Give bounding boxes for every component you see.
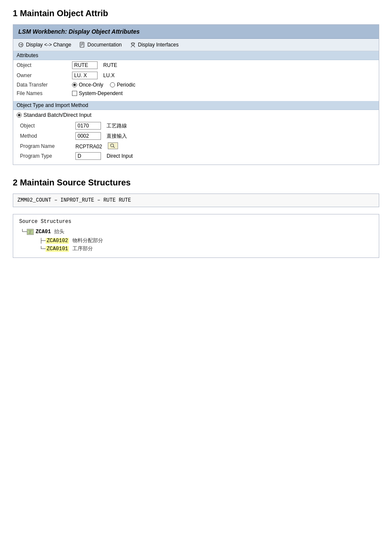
section1-title: 1 Maintain Object Attrib xyxy=(13,9,379,18)
obj-type-table: Object 0170 工艺路線 Method 0002 直接输入 xyxy=(17,121,375,161)
child-item-0: ├─ ZCA0102 物料分配部分 xyxy=(29,237,373,244)
file-names-label: File Names xyxy=(13,89,69,98)
svg-line-9 xyxy=(113,147,115,148)
path-panel: ZMM02_COUNT – INPROT_RUTE – RUTE RUTE xyxy=(13,194,379,207)
program-name-text: RCPTRA02 xyxy=(75,144,102,150)
once-only-radio[interactable]: Once-Only xyxy=(72,82,103,88)
tree-panel: Source Structures └─ ZCA01 抬头 ├─ ZCA0102… xyxy=(13,214,379,258)
program-type-desc: Direct Input xyxy=(107,153,133,159)
periodic-radio-dot xyxy=(110,82,115,87)
owner-label: Owner xyxy=(13,70,69,81)
obj-type-section: Standard Batch/Direct Input Object 0170 … xyxy=(13,110,379,165)
method-desc: 直接输入 xyxy=(107,133,127,139)
root-connector: └─ xyxy=(21,229,27,235)
obj-type-object-row: Object 0170 工艺路線 xyxy=(17,121,375,131)
lsm-toolbar: Display <-> Change Documentation xyxy=(13,39,379,51)
system-dependent-checkbox[interactable]: System-Dependent xyxy=(72,90,375,96)
periodic-radio[interactable]: Periodic xyxy=(110,82,135,88)
lsm-panel: LSM Workbench: Display Object Attributes… xyxy=(13,24,379,165)
method-row: Method 0002 直接输入 xyxy=(17,131,375,141)
program-type-row: Program Type D Direct Input xyxy=(17,151,375,161)
obj-desc: 工艺路線 xyxy=(107,123,127,129)
child-name-0[interactable]: ZCA0102 xyxy=(46,238,69,244)
std-batch-row: Standard Batch/Direct Input xyxy=(17,112,375,118)
obj-type-object-value: 0170 工艺路線 xyxy=(72,121,375,131)
tree-root-item: └─ ZCA01 抬头 xyxy=(21,228,373,235)
documentation-button[interactable]: Documentation xyxy=(79,41,122,48)
program-name-row: Program Name RCPTRA02 xyxy=(17,141,375,151)
object-row: Object RUTE RUTE xyxy=(13,60,379,70)
file-names-value: System-Dependent xyxy=(69,89,379,98)
obj-type-object-label: Object xyxy=(17,121,72,131)
attributes-section-bar: Attributes xyxy=(13,51,379,60)
obj-type-section-bar: Object Type and Import Method xyxy=(13,101,379,110)
once-only-radio-dot xyxy=(72,82,77,87)
child-desc-1: 工序部分 xyxy=(72,245,93,252)
obj-code-input[interactable]: 0170 xyxy=(75,122,101,130)
std-batch-radio-dot xyxy=(17,113,22,118)
owner-value: LU. X LU.X xyxy=(69,70,379,81)
program-type-input[interactable]: D xyxy=(75,152,101,160)
data-transfer-row: Data Transfer Once-Only Periodic xyxy=(13,81,379,89)
object-input1[interactable]: RUTE xyxy=(72,61,98,69)
child-item-1: └─ ZCA0101 工序部分 xyxy=(29,245,373,252)
display-interfaces-icon xyxy=(130,41,136,48)
child-name-1[interactable]: ZCA0101 xyxy=(46,246,69,252)
method-value: 0002 直接输入 xyxy=(72,131,375,141)
child-line-0: ├─ xyxy=(40,238,46,244)
data-transfer-value: Once-Only Periodic xyxy=(69,81,379,89)
svg-point-8 xyxy=(111,144,114,147)
lsm-body: Attributes Object RUTE RUTE Owner LU. X … xyxy=(13,51,379,165)
owner-row: Owner LU. X LU.X xyxy=(13,70,379,81)
documentation-icon xyxy=(79,41,86,48)
display-change-icon xyxy=(17,41,24,48)
checkbox-box xyxy=(72,91,77,96)
attributes-table: Object RUTE RUTE Owner LU. X LU.X Data T… xyxy=(13,60,379,101)
program-type-value: D Direct Input xyxy=(72,151,375,161)
root-node-desc: 抬头 xyxy=(54,228,64,235)
program-search-icon[interactable] xyxy=(108,142,118,149)
root-node-name[interactable]: ZCA01 xyxy=(35,229,51,235)
spacer-row xyxy=(13,98,379,101)
source-structures-label: Source Structures xyxy=(19,219,373,225)
program-type-label: Program Type xyxy=(17,151,72,161)
section2-title: 2 Maintain Source Structures xyxy=(13,178,379,188)
owner-value2: LU.X xyxy=(103,72,115,78)
object-value: RUTE RUTE xyxy=(69,60,379,70)
display-change-button[interactable]: Display <-> Change xyxy=(17,41,71,48)
program-name-value: RCPTRA02 xyxy=(72,141,375,151)
root-node-icon xyxy=(27,229,34,235)
child-desc-0: 物料分配部分 xyxy=(72,237,103,244)
tree-children: ├─ ZCA0102 物料分配部分 └─ ZCA0101 工序部分 xyxy=(21,237,373,252)
object-value2: RUTE xyxy=(103,62,117,68)
display-interfaces-button[interactable]: Display Interfaces xyxy=(130,41,179,48)
object-label: Object xyxy=(13,60,69,70)
program-name-label: Program Name xyxy=(17,141,72,151)
lsm-header: LSM Workbench: Display Object Attributes xyxy=(13,25,379,39)
owner-input[interactable]: LU. X xyxy=(72,72,98,79)
data-transfer-label: Data Transfer xyxy=(13,81,69,89)
method-code-input[interactable]: 0002 xyxy=(75,132,101,140)
method-label: Method xyxy=(17,131,72,141)
file-names-row: File Names System-Dependent xyxy=(13,89,379,98)
child-line-1: └─ xyxy=(40,246,46,252)
